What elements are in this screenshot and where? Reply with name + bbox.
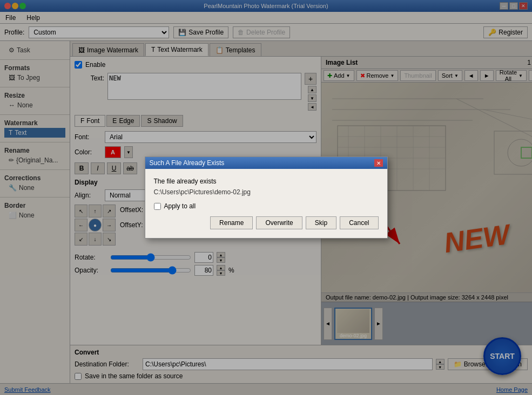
overwrite-button[interactable]: Overwrite: [256, 216, 302, 229]
dialog-content: The file already exists C:\Users\pc\Pict…: [145, 169, 387, 238]
apply-to-all-checkbox[interactable]: [154, 203, 161, 210]
dialog-overlay: Such A File Already Exists ✕ The file al…: [0, 0, 532, 395]
dialog-close-btn[interactable]: ✕: [374, 159, 383, 167]
dialog-message: The file already exists: [154, 178, 379, 185]
skip-button[interactable]: Skip: [306, 216, 336, 229]
cancel-button[interactable]: Cancel: [340, 216, 378, 229]
rename-button[interactable]: Rename: [210, 216, 253, 229]
apply-to-all-row: Apply to all: [154, 202, 379, 210]
dialog-title: Such A File Already Exists: [150, 159, 225, 167]
dialog-title-bar: Such A File Already Exists ✕: [145, 157, 387, 169]
dialog-buttons: Rename Overwrite Skip Cancel: [154, 216, 379, 229]
dialog-path: C:\Users\pc\Pictures\demo-02.jpg: [154, 188, 379, 196]
apply-to-all-label: Apply to all: [164, 202, 196, 210]
file-exists-dialog: Such A File Already Exists ✕ The file al…: [145, 156, 388, 239]
